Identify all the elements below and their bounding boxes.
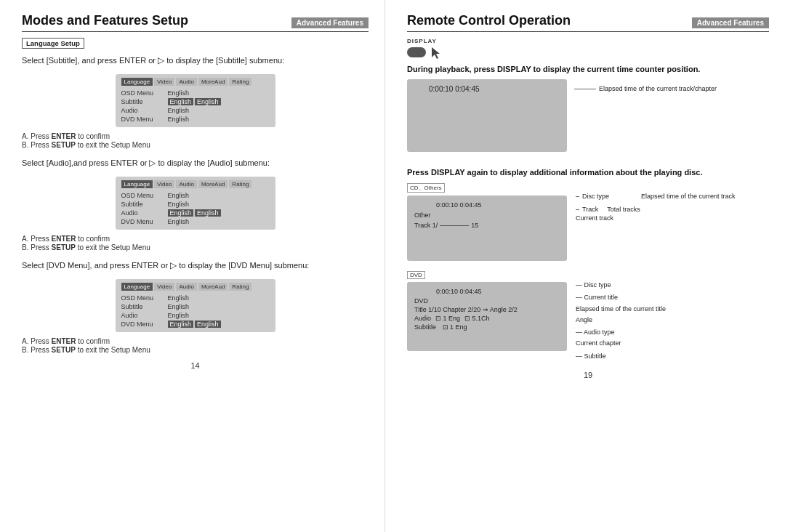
cd-track-row: Track 1/ 15 bbox=[414, 222, 560, 229]
dvd-timecodes: 0:00:10 0:04:45 bbox=[436, 288, 560, 295]
menu-row-osd-1: OSD Menu English bbox=[121, 89, 270, 97]
menu-tabs-3: Language Video Audio MoreAud Rating bbox=[121, 283, 270, 291]
cd-disc-type-label: Disc type bbox=[582, 193, 609, 200]
menu-row-dvd-2: DVD Menu English bbox=[121, 217, 270, 226]
tab-moreaudio-1: MoreAud bbox=[198, 78, 228, 86]
section-label: Language Setup bbox=[22, 38, 84, 49]
menu-row-audio-1: Audio English bbox=[121, 106, 270, 115]
cd-disc-type-row: Other bbox=[414, 211, 560, 219]
menu-row-dvd-1: DVD Menu English bbox=[121, 115, 270, 124]
display-label: DISPLAY bbox=[407, 38, 769, 44]
dvd-disc-type-label: — Disc type bbox=[576, 280, 666, 291]
dvd-disc-type-row: DVD bbox=[414, 297, 560, 305]
cd-current-track-label: Current track bbox=[576, 214, 613, 222]
dvd-audio-type-label: — Audio type bbox=[576, 327, 666, 338]
cd-track-info: Track Total tracks bbox=[576, 206, 736, 213]
note3b: B. Press SETUP to exit the Setup Menu bbox=[22, 346, 369, 354]
menu-tabs-2: Language Video Audio MoreAud Rating bbox=[121, 180, 270, 188]
tab-moreaudio-2: MoreAud bbox=[198, 180, 228, 188]
display-icon bbox=[407, 46, 769, 59]
instruction1: During playback, press DISPLAY to displa… bbox=[407, 65, 769, 73]
dvd-current-chapter-label: Current chapter bbox=[576, 338, 666, 349]
screen1: 0:00:10 0:04:45 bbox=[407, 79, 567, 152]
cd-screen-area: CD、Others 0:00:10 0:04:45 Other Track 1/ bbox=[407, 182, 567, 261]
menu-diagram-2: Language Video Audio MoreAud Rating OSD … bbox=[116, 177, 275, 230]
tab-rating-3: Rating bbox=[229, 283, 251, 291]
left-page-number: 14 bbox=[22, 361, 369, 370]
note3a: A. Press ENTER to confirm bbox=[22, 337, 369, 345]
cd-timecodes: 0:00:10 0:04:45 bbox=[414, 201, 560, 209]
cd-track-connector bbox=[576, 209, 579, 210]
menu-row-osd-3: OSD Menu English bbox=[121, 294, 270, 302]
note2a: A. Press ENTER to confirm bbox=[22, 235, 369, 243]
dvd-screen-content: 0:00:10 0:04:45 DVD Title 1/10 Chapter 2… bbox=[407, 282, 567, 336]
menu-row-dvd-3: DVD Menu English English bbox=[121, 320, 270, 329]
tab-video-2: Video bbox=[154, 180, 174, 188]
left-page-header: Modes and Features Setup Advanced Featur… bbox=[22, 13, 369, 32]
dvd-info-labels: — Disc type — Current title Elapsed time… bbox=[576, 280, 666, 362]
menu-row-subtitle-2: Subtitle English bbox=[121, 200, 270, 209]
screen1-elapsed: Elapsed time of the current track/chapte… bbox=[574, 85, 717, 92]
para2: Select [Audio],and press ENTER or ▷ to d… bbox=[22, 156, 369, 169]
dvd-audio-row: Audio ⊡ 1 Eng ⊡ 5.1Ch bbox=[414, 315, 560, 322]
para1: Select [Subtitle], and press ENTER or ▷ … bbox=[22, 54, 369, 67]
left-panel: Modes and Features Setup Advanced Featur… bbox=[0, 0, 385, 532]
right-page-header: Remote Control Operation Advanced Featur… bbox=[407, 13, 769, 32]
note1a: A. Press ENTER to confirm bbox=[22, 132, 369, 140]
cd-total-tracks: Total tracks bbox=[607, 206, 640, 213]
menu-diagram-1: Language Video Audio MoreAud Rating OSD … bbox=[116, 74, 275, 127]
cd-screen-content: 0:00:10 0:04:45 Other Track 1/ 15 bbox=[407, 196, 567, 235]
menu-row-audio-3: Audio English bbox=[121, 311, 270, 320]
right-panel: Remote Control Operation Advanced Featur… bbox=[385, 0, 785, 532]
instruction2: Press DISPLAY again to display additiona… bbox=[407, 168, 769, 177]
menu-tabs-1: Language Video Audio MoreAud Rating bbox=[121, 78, 270, 86]
cd-section: CD、Others 0:00:10 0:04:45 Other Track 1/ bbox=[407, 182, 769, 261]
connector-line bbox=[574, 89, 596, 89]
screen1-elapsed-label: Elapsed time of the current track/chapte… bbox=[599, 85, 717, 92]
tab-video-1: Video bbox=[154, 78, 174, 86]
cd-info-labels: Disc type Elapsed time of the current tr… bbox=[576, 193, 736, 222]
right-page-title: Remote Control Operation bbox=[407, 13, 692, 28]
menu-row-audio-2: Audio English English bbox=[121, 209, 270, 217]
cd-elapsed-text: Elapsed time of the current track bbox=[641, 193, 736, 200]
tab-rating-1: Rating bbox=[229, 78, 251, 86]
dvd-elapsed-label: Elapsed time of the current title bbox=[576, 304, 666, 315]
cd-screen: 0:00:10 0:04:45 Other Track 1/ 15 bbox=[407, 196, 567, 261]
note1b: B. Press SETUP to exit the Setup Menu bbox=[22, 141, 369, 149]
note2b: B. Press SETUP to exit the Setup Menu bbox=[22, 243, 369, 251]
dvd-label: DVD bbox=[407, 271, 425, 279]
menu-row-osd-2: OSD Menu English bbox=[121, 191, 270, 200]
dvd-screen-area: DVD 0:00:10 0:04:45 DVD Title 1/10 Chapt… bbox=[407, 270, 567, 351]
dvd-screen: 0:00:10 0:04:45 DVD Title 1/10 Chapter 2… bbox=[407, 282, 567, 351]
screen1-area: 0:00:10 0:04:45 Elapsed time of the curr… bbox=[407, 79, 769, 159]
tab-audio-2: Audio bbox=[176, 180, 196, 188]
dvd-subtitle-label: — Subtitle bbox=[576, 351, 666, 362]
tab-rating-2: Rating bbox=[229, 180, 251, 188]
cd-disc-type-connector bbox=[576, 196, 579, 197]
menu-row-subtitle-3: Subtitle English bbox=[121, 302, 270, 311]
display-icon-area: DISPLAY bbox=[407, 38, 769, 59]
display-button-icon bbox=[407, 47, 426, 57]
tab-audio-3: Audio bbox=[176, 283, 196, 291]
tab-moreaudio-3: MoreAud bbox=[198, 283, 228, 291]
tab-language-3: Language bbox=[121, 283, 153, 291]
tab-language-1: Language bbox=[121, 78, 153, 86]
para3: Select [DVD Menu], and press ENTER or ▷ … bbox=[22, 259, 369, 272]
left-page-title: Modes and Features Setup bbox=[22, 13, 291, 28]
dvd-title-row: Title 1/10 Chapter 2/20 ⇒ Angle 2/2 bbox=[414, 306, 560, 313]
tab-language-2: Language bbox=[121, 180, 153, 188]
cursor-icon bbox=[429, 46, 445, 59]
right-page-number: 19 bbox=[407, 371, 769, 379]
menu-row-subtitle-1: Subtitle English English bbox=[121, 97, 270, 106]
cd-track-label: Track bbox=[582, 206, 598, 213]
dvd-subtitle-row: Subtitle ⊡ 1 Eng bbox=[414, 323, 560, 331]
tab-video-3: Video bbox=[154, 283, 174, 291]
dvd-current-title-label: — Current title bbox=[576, 292, 666, 303]
cd-label: CD、Others bbox=[407, 183, 445, 193]
cd-current-track-info: Current track bbox=[576, 214, 736, 222]
right-page-badge: Advanced Features bbox=[692, 17, 769, 28]
dvd-angle-label: Angle bbox=[576, 315, 666, 326]
menu-diagram-3: Language Video Audio MoreAud Rating OSD … bbox=[116, 279, 275, 332]
left-page-badge: Advanced Features bbox=[291, 17, 369, 28]
track-progress-bar bbox=[440, 225, 469, 226]
